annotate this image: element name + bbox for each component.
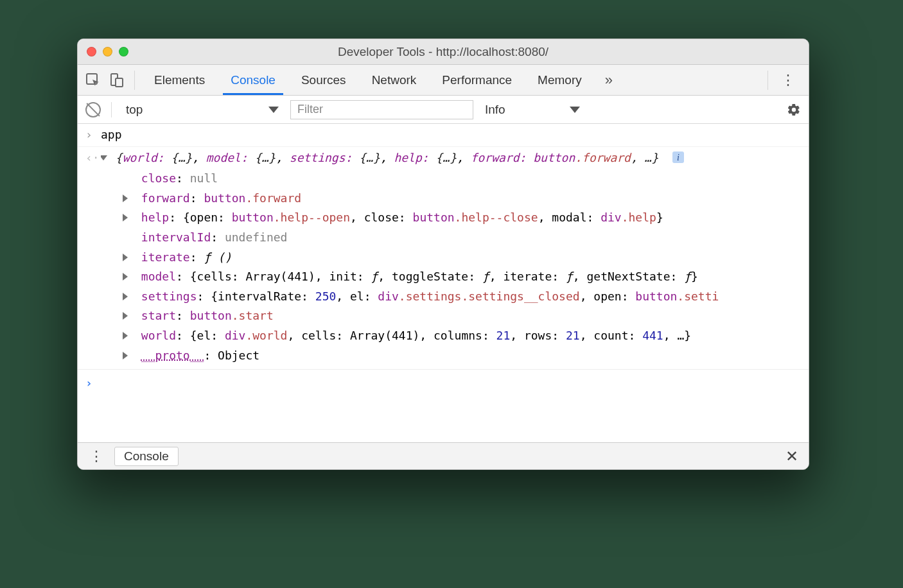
expand-icon[interactable] — [123, 195, 128, 202]
devtools-window: Developer Tools - http://localhost:8080/… — [77, 39, 809, 470]
output-prompt-icon: ‹· — [85, 151, 100, 164]
prop-close[interactable]: close: null — [123, 169, 809, 189]
clear-console-icon[interactable] — [85, 102, 101, 117]
prop-help[interactable]: help: {open: button.help--open, close: b… — [123, 208, 809, 228]
prop-proto[interactable]: __proto__: Object — [123, 346, 809, 366]
devtools-menu-button[interactable]: ⋮ — [775, 72, 802, 89]
traffic-lights — [87, 47, 128, 56]
input-text: app — [101, 125, 801, 145]
filter-input[interactable] — [290, 100, 473, 119]
tab-network[interactable]: Network — [359, 65, 430, 95]
separator — [134, 71, 135, 90]
expand-icon[interactable] — [123, 332, 128, 340]
console-settings-icon[interactable] — [787, 103, 801, 117]
separator — [767, 71, 768, 90]
info-badge-icon[interactable]: i — [672, 151, 684, 163]
console-input-echo: › app — [78, 124, 809, 147]
console-output: › app ‹· {world: {…}, model: {…}, settin… — [78, 124, 809, 442]
tab-sources[interactable]: Sources — [288, 65, 359, 95]
log-level-selector[interactable]: Info — [481, 100, 584, 119]
drawer-tab-console[interactable]: Console — [114, 447, 179, 466]
close-drawer-button[interactable]: ✕ — [782, 447, 802, 465]
expand-icon[interactable] — [123, 352, 128, 359]
prop-intervalid[interactable]: intervalId: undefined — [123, 228, 809, 248]
chevron-down-icon — [268, 107, 279, 113]
inspect-element-icon[interactable] — [82, 69, 105, 92]
prop-forward[interactable]: forward: button.forward — [123, 189, 809, 209]
device-toolbar-icon[interactable] — [105, 69, 128, 92]
devtools-toolbar: Elements Console Sources Network Perform… — [78, 65, 809, 96]
execution-context-selector[interactable]: top — [122, 100, 283, 119]
statusbar: ⋮ Console ✕ — [78, 442, 809, 469]
tab-memory[interactable]: Memory — [525, 65, 595, 95]
separator — [111, 102, 112, 117]
prop-world[interactable]: world: {el: div.world, cells: Array(441)… — [123, 326, 809, 346]
titlebar: Developer Tools - http://localhost:8080/ — [78, 39, 809, 65]
minimize-window-button[interactable] — [103, 47, 112, 56]
console-input[interactable] — [101, 374, 801, 393]
expand-icon[interactable] — [123, 214, 128, 221]
prompt-caret-icon: › — [85, 374, 101, 393]
expand-icon[interactable] — [123, 293, 128, 300]
expand-toggle-icon[interactable] — [101, 155, 107, 160]
tab-performance[interactable]: Performance — [429, 65, 525, 95]
prop-model[interactable]: model: {cells: Array(441), init: ƒ, togg… — [123, 267, 809, 287]
prop-iterate[interactable]: iterate: ƒ () — [123, 248, 809, 268]
chevron-down-icon — [570, 107, 580, 113]
console-prompt[interactable]: › — [78, 370, 809, 397]
execution-context-value: top — [126, 103, 143, 117]
more-tabs-button[interactable]: » — [600, 72, 618, 89]
log-level-value: Info — [485, 103, 505, 117]
prop-settings[interactable]: settings: {intervalRate: 250, el: div.se… — [123, 287, 809, 307]
prop-start[interactable]: start: button.start — [123, 306, 809, 326]
panel-tabs: Elements Console Sources Network Perform… — [141, 65, 595, 95]
input-prompt-icon: › — [85, 128, 92, 141]
expanded-object: close: null forward: button.forward help… — [78, 169, 809, 365]
svg-rect-2 — [116, 78, 123, 87]
tab-console[interactable]: Console — [218, 65, 288, 95]
console-filterbar: top Info — [78, 96, 809, 124]
zoom-window-button[interactable] — [119, 47, 128, 56]
expand-icon[interactable] — [123, 254, 128, 261]
close-window-button[interactable] — [87, 47, 96, 56]
drawer-menu-button[interactable]: ⋮ — [84, 448, 109, 465]
expand-icon[interactable] — [123, 273, 128, 281]
expand-icon[interactable] — [123, 312, 128, 320]
window-title: Developer Tools - http://localhost:8080/ — [78, 45, 809, 59]
tab-elements[interactable]: Elements — [141, 65, 218, 95]
console-result-summary[interactable]: ‹· {world: {…}, model: {…}, settings: {…… — [78, 147, 809, 169]
